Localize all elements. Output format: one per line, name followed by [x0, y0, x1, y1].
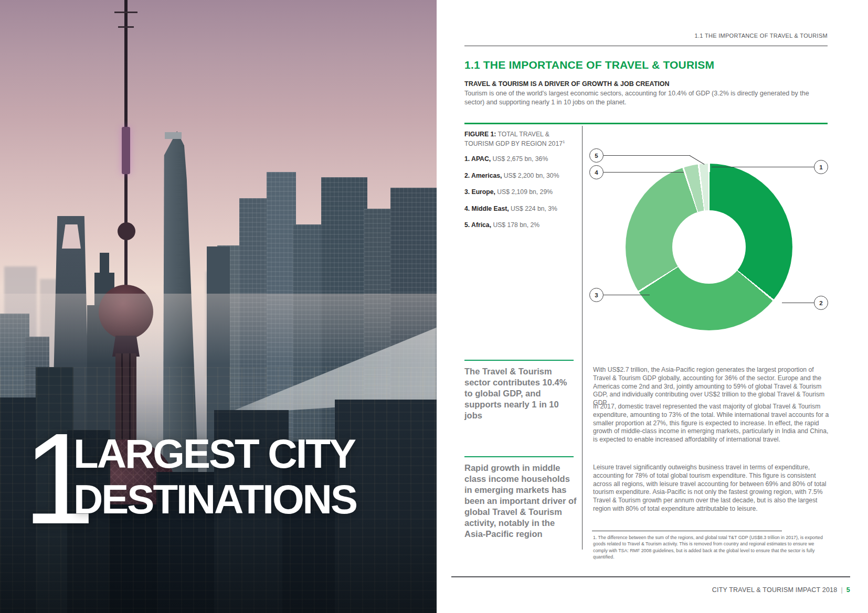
- page-number: 5: [846, 586, 850, 594]
- body-paragraph-2: In 2017, domestic travel represented the…: [593, 403, 830, 444]
- legend-item-apac: 1. APAC, US$ 2,675 bn, 36%: [464, 155, 580, 163]
- legend-item-middle-east: 4. Middle East, US$ 224 bn, 3%: [464, 205, 580, 212]
- section-subheading: TRAVEL & TOURISM IS A DRIVER OF GROWTH &…: [464, 80, 670, 88]
- callout-circle-5: 5: [589, 148, 604, 163]
- intro-paragraph: Tourism is one of the world's largest ec…: [464, 89, 812, 107]
- cover-title-line2: DESTINATIONS: [73, 479, 356, 520]
- donut-chart: [626, 164, 792, 330]
- running-header: 1.1 THE IMPORTANCE OF TRAVEL & TOURISM: [695, 33, 828, 39]
- section-heading: 1.1 THE IMPORTANCE OF TRAVEL & TOURISM: [464, 59, 714, 71]
- document-page: 1.1 THE IMPORTANCE OF TRAVEL & TOURISM 1…: [437, 0, 868, 613]
- callout-circle-2: 2: [814, 296, 828, 310]
- cover-title-line1: LARGEST CITY: [73, 433, 355, 474]
- pull-quote-2: Rapid growth in middle class income hous…: [464, 463, 577, 540]
- callout-circle-1: 1: [814, 160, 828, 174]
- quote-rule-2: [464, 456, 574, 457]
- callout-circle-3: 3: [589, 288, 604, 302]
- jinmao-tower: [100, 253, 109, 274]
- footnote-text: 1. The difference between the sum of the…: [593, 534, 827, 561]
- cover-photo: 1 LARGEST CITY DESTINATIONS: [0, 0, 437, 613]
- report-spread: 1 LARGEST CITY DESTINATIONS 1.1 THE IMPO…: [0, 0, 868, 613]
- pull-quote-1: The Travel & Tourism sector contributes …: [464, 366, 577, 421]
- column-divider: [582, 126, 583, 550]
- footnote-marker: 1: [563, 139, 565, 144]
- page-footer: CITY TRAVEL & TOURISM IMPACT 2018|5: [712, 586, 850, 594]
- legend-item-africa: 5. Africa, US$ 178 bn, 2%: [464, 221, 580, 229]
- callout-circle-4: 4: [589, 165, 604, 179]
- quote-rule-1: [464, 360, 574, 361]
- footer-rule: [451, 576, 850, 577]
- callout-line-5-diagonal: [690, 155, 705, 165]
- callout-line-2: [782, 303, 814, 303]
- donut-hole: [672, 210, 746, 284]
- callout-line-4: [604, 172, 684, 173]
- callout-line-1: [712, 167, 814, 167]
- footnote-rule: [592, 531, 782, 531]
- callout-line-5: [604, 155, 690, 156]
- figure-label: FIGURE 1:: [464, 131, 496, 138]
- header-rule: [464, 46, 828, 46]
- callout-line-3: [604, 295, 650, 295]
- figure-caption: FIGURE 1: TOTAL TRAVEL & TOURISM GDP BY …: [464, 130, 572, 149]
- footer-title: CITY TRAVEL & TOURISM IMPACT 2018: [712, 586, 838, 594]
- legend-item-europe: 3. Europe, US$ 2,109 bn, 29%: [464, 188, 580, 196]
- body-paragraph-1: With US$2.7 trillion, the Asia-Pacific r…: [593, 366, 830, 407]
- figure-top-rule: [464, 123, 828, 124]
- footer-separator: |: [837, 586, 846, 594]
- legend-item-americas: 2. Americas, US$ 2,200 bn, 30%: [464, 172, 580, 179]
- body-paragraph-3: Leisure travel significantly outweighs b…: [593, 464, 830, 513]
